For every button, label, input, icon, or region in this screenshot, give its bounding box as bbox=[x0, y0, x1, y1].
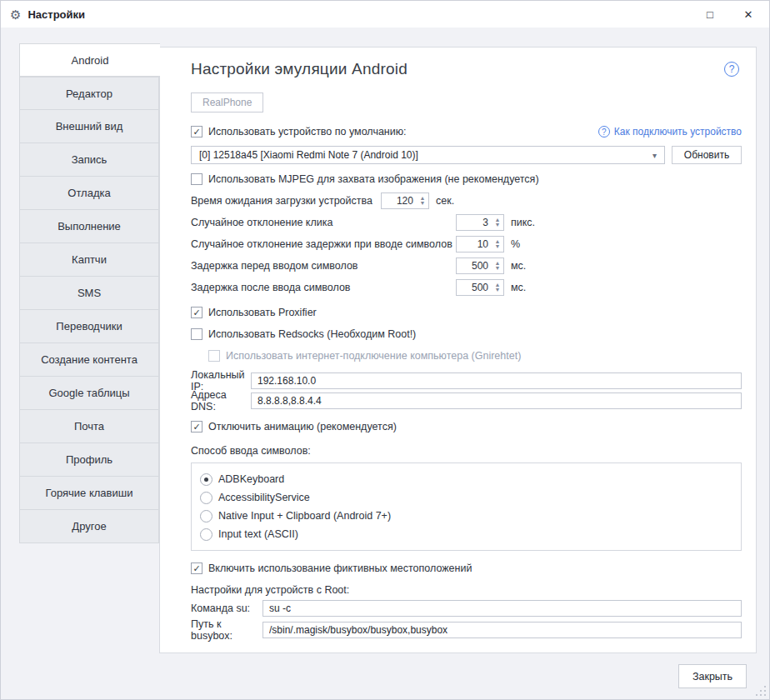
row-typing-delay-deviation: Случайное отклонение задержки при вводе … bbox=[191, 236, 742, 252]
delay-after-typing-label: Задержка после ввода символов bbox=[191, 282, 456, 293]
checkbox-default-device-label: Использовать устройство по умолчанию: bbox=[208, 126, 407, 138]
row-su-command: Команда su: bbox=[191, 600, 742, 617]
row-delay-after-typing: Задержка после ввода символов 500 ▲ ▼ мс… bbox=[191, 279, 742, 296]
tab-profile[interactable]: Профиль bbox=[19, 443, 159, 477]
radio-adbkeyboard-label: ADBKeyboard bbox=[218, 473, 284, 485]
connect-device-link[interactable]: ? Как подключить устройство bbox=[598, 126, 742, 138]
check-icon: ✓ bbox=[192, 422, 200, 432]
close-dialog-button[interactable]: Закрыть bbox=[678, 664, 747, 688]
settings-window: ⚙ Настройки □ ✕ Android Редактор Внешний… bbox=[0, 0, 770, 700]
spin-down-icon[interactable]: ▼ bbox=[495, 266, 501, 271]
local-ip-field[interactable] bbox=[251, 372, 742, 389]
delay-before-typing-spinner[interactable]: 500 ▲ ▼ bbox=[456, 258, 504, 274]
checkbox-mock-locations-label: Включить использование фиктивных местопо… bbox=[208, 562, 472, 574]
help-icon-link: ? bbox=[598, 126, 610, 138]
spinner-arrows: ▲ ▼ bbox=[492, 237, 503, 252]
row-mjpeg: ✓ Использовать MJPEG для захвата изображ… bbox=[191, 172, 742, 186]
row-disable-animation: ✓ Отключить анимацию (рекомендуется) bbox=[191, 420, 742, 433]
boot-timeout-unit: сек. bbox=[436, 195, 454, 207]
busybox-path-label: Путь к busybox: bbox=[191, 618, 262, 642]
delay-after-typing-value: 500 bbox=[457, 280, 492, 295]
help-icon[interactable]: ? bbox=[724, 62, 739, 77]
radio-accessibilityservice[interactable] bbox=[200, 492, 212, 504]
row-boot-timeout: Время ожидания загрузки устройства 120 ▲… bbox=[191, 192, 742, 209]
checkbox-proxifier[interactable]: ✓ bbox=[191, 307, 202, 318]
row-delay-before-typing: Задержка перед вводом символов 500 ▲ ▼ м… bbox=[191, 258, 742, 274]
checkbox-redsocks[interactable]: ✓ bbox=[191, 328, 202, 340]
dns-field[interactable] bbox=[251, 392, 742, 409]
window-title: Настройки bbox=[28, 8, 85, 21]
radio-input-text[interactable] bbox=[200, 528, 212, 541]
busybox-path-field[interactable] bbox=[262, 622, 742, 638]
tab-execution[interactable]: Выполнение bbox=[19, 210, 159, 243]
spin-down-icon[interactable]: ▼ bbox=[420, 201, 426, 206]
tab-appearance[interactable]: Внешний вид bbox=[19, 110, 159, 143]
root-section-label: Настройки для устройств с Root: bbox=[191, 584, 742, 596]
click-deviation-spinner[interactable]: 3 ▲ ▼ bbox=[456, 214, 504, 231]
row-local-ip: Локальный IP: bbox=[191, 372, 742, 389]
checkbox-mjpeg[interactable]: ✓ bbox=[191, 173, 202, 185]
tab-recording[interactable]: Запись bbox=[19, 143, 159, 177]
tab-editor[interactable]: Редактор bbox=[19, 77, 159, 110]
tab-other[interactable]: Другое bbox=[19, 510, 159, 543]
checkbox-mock-locations[interactable]: ✓ bbox=[191, 562, 202, 574]
radio-native-input-label: Native Input + Clipboard (Android 7+) bbox=[218, 510, 391, 522]
check-icon: ✓ bbox=[192, 564, 200, 573]
maximize-button[interactable]: □ bbox=[691, 1, 729, 28]
boot-timeout-spinner[interactable]: 120 ▲ ▼ bbox=[381, 192, 429, 209]
checkbox-default-device[interactable]: ✓ bbox=[191, 126, 202, 138]
checkbox-redsocks-label: Использовать Redsocks (Необходим Root!) bbox=[208, 328, 416, 340]
tab-hotkeys[interactable]: Горячие клавиши bbox=[19, 477, 159, 510]
delay-after-typing-spinner[interactable]: 500 ▲ ▼ bbox=[456, 279, 504, 296]
tab-debugging[interactable]: Отладка bbox=[19, 177, 159, 210]
titlebar: ⚙ Настройки □ ✕ bbox=[1, 1, 769, 28]
row-gnirehtet: ✓ Использовать интернет-подключение комп… bbox=[208, 349, 742, 362]
device-select[interactable]: [0] 12518a45 [Xiaomi Redmi Note 7 (Andro… bbox=[191, 146, 665, 164]
checkbox-proxifier-label: Использовать Proxifier bbox=[208, 307, 317, 318]
dns-label: Адреса DNS: bbox=[191, 389, 251, 412]
click-deviation-label: Случайное отклонение клика bbox=[191, 217, 456, 228]
typing-delay-deviation-spinner[interactable]: 10 ▲ ▼ bbox=[456, 236, 504, 252]
radio-native-input[interactable] bbox=[200, 510, 212, 522]
window-controls: □ ✕ bbox=[691, 1, 769, 28]
spin-down-icon[interactable]: ▼ bbox=[495, 288, 501, 292]
page-title: Настройки эмуляции Android bbox=[191, 60, 408, 78]
device-type-tab-realphone[interactable]: RealPhone bbox=[191, 92, 263, 112]
radio-row-native-input: Native Input + Clipboard (Android 7+) bbox=[200, 509, 732, 522]
spinner-arrows: ▲ ▼ bbox=[492, 258, 503, 273]
tab-content-creation[interactable]: Создание контента bbox=[19, 343, 159, 377]
refresh-devices-button[interactable]: Обновить bbox=[672, 146, 742, 164]
settings-tab-list: Android Редактор Внешний вид Запись Отла… bbox=[19, 43, 159, 543]
spin-down-icon[interactable]: ▼ bbox=[495, 244, 501, 249]
radio-accessibilityservice-label: AccessibilityService bbox=[218, 492, 310, 503]
gear-icon: ⚙ bbox=[10, 8, 21, 21]
tab-sms[interactable]: SMS bbox=[19, 277, 159, 310]
checkbox-mjpeg-label: Использовать MJPEG для захвата изображен… bbox=[208, 173, 539, 185]
check-icon: ✓ bbox=[192, 308, 200, 318]
delay-before-typing-label: Задержка перед вводом символов bbox=[191, 260, 456, 272]
tab-translators[interactable]: Переводчики bbox=[19, 310, 159, 343]
spin-down-icon[interactable]: ▼ bbox=[495, 222, 501, 228]
close-window-button[interactable]: ✕ bbox=[729, 1, 768, 28]
row-redsocks: ✓ Использовать Redsocks (Необходим Root!… bbox=[191, 328, 742, 341]
tab-captchas[interactable]: Каптчи bbox=[19, 243, 159, 277]
checkbox-gnirehtet: ✓ bbox=[208, 350, 220, 362]
spinner-arrows: ▲ ▼ bbox=[492, 215, 503, 230]
su-command-label: Команда su: bbox=[191, 602, 262, 614]
row-device-select: [0] 12518a45 [Xiaomi Redmi Note 7 (Andro… bbox=[191, 146, 742, 164]
checkbox-disable-animation[interactable]: ✓ bbox=[191, 421, 202, 432]
boot-timeout-label: Время ожидания загрузки устройства bbox=[191, 195, 372, 207]
tab-google-sheets[interactable]: Google таблицы bbox=[19, 377, 159, 410]
header-row: Настройки эмуляции Android ? bbox=[191, 60, 742, 78]
connect-device-link-label: Как подключить устройство bbox=[614, 126, 742, 138]
radio-adbkeyboard[interactable] bbox=[200, 473, 212, 486]
checkbox-gnirehtet-label: Использовать интернет-подключение компью… bbox=[226, 350, 521, 362]
row-busybox-path: Путь к busybox: bbox=[191, 622, 742, 638]
su-command-field[interactable] bbox=[262, 600, 742, 617]
row-default-device: ✓ Использовать устройство по умолчанию: … bbox=[191, 125, 742, 138]
panel-content: Настройки эмуляции Android ? RealPhone ✓… bbox=[160, 48, 756, 638]
resize-grip[interactable] bbox=[756, 686, 766, 696]
tab-android[interactable]: Android bbox=[19, 43, 160, 77]
android-settings-panel: Настройки эмуляции Android ? RealPhone ✓… bbox=[159, 47, 757, 653]
tab-mail[interactable]: Почта bbox=[19, 410, 159, 443]
